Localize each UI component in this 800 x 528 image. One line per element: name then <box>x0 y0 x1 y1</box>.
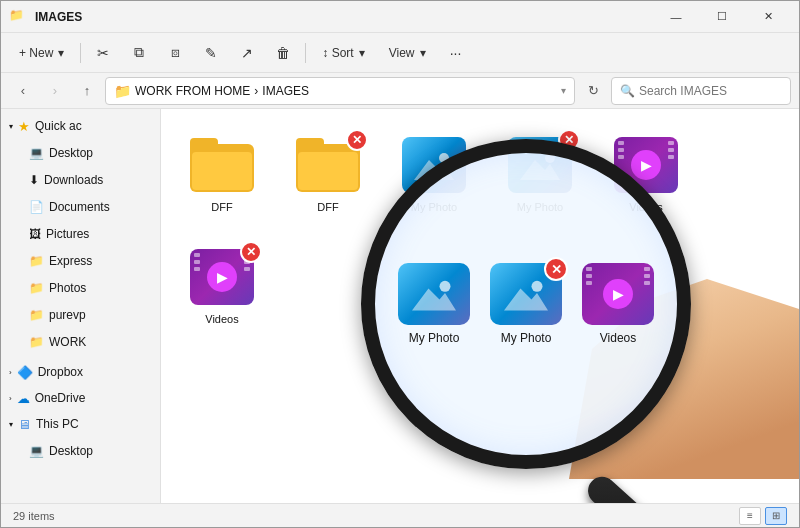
dropbox-header[interactable]: › 🔷 Dropbox <box>1 359 160 385</box>
statusbar: 29 items ≡ ⊞ <box>1 503 799 527</box>
sidebar-item-label: WORK <box>49 335 86 349</box>
folder-large-icon <box>190 138 254 192</box>
photo-icon-wrap <box>398 133 470 197</box>
statusbar-view-controls: ≡ ⊞ <box>739 507 787 525</box>
back-button[interactable]: ‹ <box>9 77 37 105</box>
sidebar-item-pictures[interactable]: 🖼 Pictures <box>5 221 156 247</box>
addressbar: ‹ › ↑ 📁 WORK FROM HOME › IMAGES ▾ ↻ 🔍 <box>1 73 799 109</box>
sidebar-item-label: Desktop <box>49 146 93 160</box>
quick-access-star-icon: ★ <box>18 119 30 134</box>
forward-button[interactable]: › <box>41 77 69 105</box>
quick-access-expand-icon: ▾ <box>9 122 13 131</box>
thispc-expand-icon: ▾ <box>9 420 13 429</box>
file-item[interactable]: ✕ DFF <box>283 125 373 221</box>
sidebar-item-desktop[interactable]: 💻 Desktop <box>5 140 156 166</box>
work-folder-icon: 📁 <box>29 335 44 349</box>
dropbox-icon: 🔷 <box>17 365 33 380</box>
express-folder-icon: 📁 <box>29 254 44 268</box>
sidebar: ▾ ★ Quick ac 💻 Desktop ⬇ Downloads 📄 Doc… <box>1 109 161 503</box>
file-item[interactable]: ▶ ✕ Videos <box>177 237 267 333</box>
sort-chevron-icon: ▾ <box>359 46 365 60</box>
video-icon-wrap-wrap2: ▶ ✕ <box>186 245 258 309</box>
quick-access-label: Quick ac <box>35 119 82 133</box>
file-item[interactable]: ✕ My Photo <box>495 125 585 221</box>
address-separator: › <box>254 84 258 98</box>
share-button[interactable]: ↗ <box>231 37 263 69</box>
delete-badge[interactable]: ✕ <box>558 129 580 151</box>
up-button[interactable]: ↑ <box>73 77 101 105</box>
sidebar-item-downloads[interactable]: ⬇ Downloads <box>5 167 156 193</box>
window-icon: 📁 <box>9 8 27 26</box>
more-button[interactable]: ··· <box>440 37 472 69</box>
delete-button[interactable]: 🗑 <box>267 37 299 69</box>
file-item[interactable]: ▶ Videos <box>601 125 691 221</box>
minimize-button[interactable]: — <box>653 1 699 33</box>
sort-label: ↕ Sort <box>322 46 353 60</box>
video-play-icon2: ▶ <box>207 262 237 292</box>
view-label: View <box>389 46 415 60</box>
file-item[interactable]: My Photo <box>389 125 479 221</box>
file-name: My Photo <box>517 201 563 213</box>
address-box[interactable]: 📁 WORK FROM HOME › IMAGES ▾ <box>105 77 575 105</box>
delete-badge[interactable]: ✕ <box>346 129 368 151</box>
cut-button[interactable]: ✂ <box>87 37 119 69</box>
onedrive-label: OneDrive <box>35 391 86 405</box>
dropbox-expand-icon: › <box>9 368 12 377</box>
onedrive-header[interactable]: › ☁ OneDrive <box>1 385 160 411</box>
content-area: DFF ✕ DFF <box>161 109 799 503</box>
svg-point-1 <box>439 153 449 163</box>
sidebar-item-work[interactable]: 📁 WORK <box>5 329 156 355</box>
onedrive-icon: ☁ <box>17 391 30 406</box>
video-icon-wrap-wrap: ▶ <box>610 133 682 197</box>
copy-button[interactable]: ⧉ <box>123 37 155 69</box>
list-view-button[interactable]: ≡ <box>739 507 761 525</box>
quick-access-header[interactable]: ▾ ★ Quick ac <box>1 113 160 139</box>
view-chevron-icon: ▾ <box>420 46 426 60</box>
thispc-icon: 🖥 <box>18 417 31 432</box>
sidebar-item-label: Desktop <box>49 444 93 458</box>
refresh-button[interactable]: ↻ <box>579 77 607 105</box>
svg-marker-5 <box>520 160 560 180</box>
toolbar-separator-2 <box>305 43 306 63</box>
desktop-icon: 💻 <box>29 146 44 160</box>
sidebar-item-label: Express <box>49 254 92 268</box>
dropbox-label: Dropbox <box>38 365 83 379</box>
new-button[interactable]: + New ▾ <box>9 37 74 69</box>
file-name: My Photo <box>411 201 457 213</box>
close-button[interactable]: ✕ <box>745 1 791 33</box>
sidebar-item-label: Photos <box>49 281 86 295</box>
file-name: DFF <box>211 201 232 213</box>
sidebar-item-purevp[interactable]: 📁 purevp <box>5 302 156 328</box>
downloads-icon: ⬇ <box>29 173 39 187</box>
thispc-header[interactable]: ▾ 🖥 This PC <box>1 411 160 437</box>
toolbar-separator-1 <box>80 43 81 63</box>
view-button[interactable]: View ▾ <box>379 37 436 69</box>
sort-button[interactable]: ↕ Sort ▾ <box>312 37 374 69</box>
search-icon: 🔍 <box>620 84 635 98</box>
file-item[interactable]: DFF <box>177 125 267 221</box>
paste-button[interactable]: ⧇ <box>159 37 191 69</box>
search-box[interactable]: 🔍 <box>611 77 791 105</box>
sidebar-item-express[interactable]: 📁 Express <box>5 248 156 274</box>
window-title: IMAGES <box>35 10 653 24</box>
search-input[interactable] <box>639 84 782 98</box>
sidebar-item-photos[interactable]: 📁 Photos <box>5 275 156 301</box>
address-chevron-icon: ▾ <box>561 85 566 96</box>
sidebar-item-documents[interactable]: 📄 Documents <box>5 194 156 220</box>
onedrive-expand-icon: › <box>9 394 12 403</box>
maximize-button[interactable]: ☐ <box>699 1 745 33</box>
file-name: DFF <box>317 201 338 213</box>
folder-icon-wrap: ✕ <box>292 133 364 197</box>
thispc-desktop-icon: 💻 <box>29 444 44 458</box>
delete-badge[interactable]: ✕ <box>240 241 262 263</box>
grid-view-button[interactable]: ⊞ <box>765 507 787 525</box>
video-play-icon: ▶ <box>631 150 661 180</box>
svg-point-4 <box>545 153 555 163</box>
address-path-part2: IMAGES <box>262 84 309 98</box>
rename-button[interactable]: ✎ <box>195 37 227 69</box>
window: 📁 IMAGES — ☐ ✕ + New ▾ ✂ ⧉ ⧇ ✎ ↗ 🗑 ↕ Sor… <box>0 0 800 528</box>
photo-large-icon <box>402 137 466 193</box>
sidebar-item-thispc-desktop[interactable]: 💻 Desktop <box>5 438 156 464</box>
file-name: Videos <box>629 201 662 213</box>
thispc-label: This PC <box>36 417 79 431</box>
